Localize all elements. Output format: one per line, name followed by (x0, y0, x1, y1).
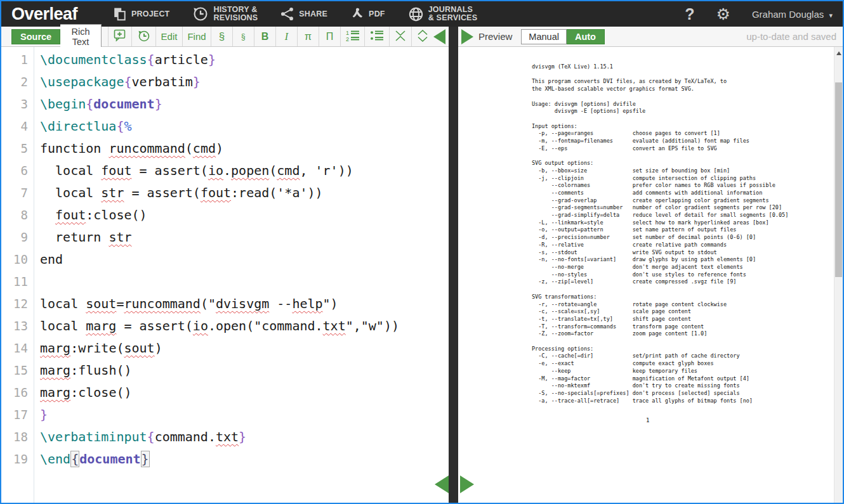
code-line[interactable]: end (40, 249, 449, 271)
user-name: Graham Douglas (752, 9, 824, 20)
line-number: 3 (1, 93, 28, 115)
nav-history-revisions[interactable]: HISTORY & REVISIONS (192, 6, 258, 22)
expand-preview-icon[interactable] (461, 29, 473, 44)
share-icon (280, 7, 294, 21)
code-line[interactable]: local marg = assert(io.open("command.txt… (40, 315, 449, 337)
nav-project-label: PROJECT (131, 10, 169, 18)
auto-button[interactable]: Auto (567, 29, 605, 44)
svg-text:2: 2 (346, 36, 349, 42)
scrollbar-thumb[interactable] (835, 82, 842, 277)
code-line[interactable]: function runcommand(cmd) (40, 138, 449, 160)
comment-plus-icon (114, 29, 127, 44)
bold-label: B (261, 31, 269, 42)
code-line[interactable]: marg:close() (40, 382, 449, 404)
compile-mode-toggle: Manual Auto (521, 29, 605, 44)
nav-journals-services[interactable]: JOURNALS & SERVICES (408, 6, 478, 22)
manual-button[interactable]: Manual (521, 29, 567, 44)
pdf-viewer[interactable]: dvisvgm (TeX Live) 1.15.1 This program c… (458, 47, 843, 503)
italic-label: I (285, 31, 288, 42)
history-clock-icon (137, 29, 150, 44)
line-number: 5 (1, 138, 28, 160)
code-line[interactable]: local sout=runcommand("dvisvgm --help") (40, 293, 449, 315)
find-button[interactable]: Find (182, 27, 211, 46)
code-line[interactable]: \directlua{% (40, 115, 449, 138)
expand-preview-bottom-icon[interactable] (460, 475, 474, 493)
nav-pdf-label: PDF (369, 10, 385, 18)
fold-all-button[interactable] (389, 27, 411, 46)
code-line[interactable]: } (40, 404, 449, 426)
subsection-button[interactable]: § (232, 27, 254, 46)
gutter: 12345678910111213141516171819 (1, 47, 34, 503)
bullet-list-icon (370, 30, 384, 44)
unfold-all-button[interactable] (411, 27, 433, 46)
line-number: 17 (1, 404, 28, 426)
line-number: 1 (1, 49, 28, 71)
code-editor[interactable]: 12345678910111213141516171819 \documentc… (1, 47, 449, 503)
subsection-label: § (241, 32, 246, 41)
nav-history-label: HISTORY & REVISIONS (213, 6, 258, 22)
svg-text:1: 1 (346, 30, 349, 36)
nav-right-group: ? ⚙ Graham Douglas ▾ (685, 5, 843, 23)
line-number: 12 (1, 293, 28, 315)
history-icon (192, 6, 209, 22)
code-line[interactable]: fout:close() (40, 204, 449, 226)
code-line[interactable]: return str (40, 226, 449, 249)
line-number: 14 (1, 337, 28, 359)
line-number: 16 (1, 382, 28, 404)
toolbar-spacer (433, 27, 449, 46)
code-line[interactable]: \verbatiminput{command.txt} (40, 426, 449, 448)
code-line[interactable]: local str = assert(fout:read('*a')) (40, 182, 449, 204)
nav-journals-label: JOURNALS & SERVICES (428, 6, 478, 22)
add-comment-button[interactable] (108, 27, 132, 46)
code-line[interactable]: marg:flush() (40, 359, 449, 382)
collapse-editor-bottom-icon[interactable] (435, 475, 449, 493)
display-math-button[interactable]: Π (319, 27, 340, 46)
section-label: § (219, 30, 225, 43)
bold-button[interactable]: B (254, 27, 275, 46)
code-line[interactable]: \usepackage{verbatim} (40, 71, 449, 93)
help-icon[interactable]: ? (685, 5, 694, 23)
pdf-scrollbar[interactable] (834, 47, 843, 503)
edit-label: Edit (161, 31, 178, 42)
code-line[interactable]: marg:write(sout) (40, 337, 449, 359)
nav-pdf[interactable]: PDF (350, 7, 385, 21)
line-number: 11 (1, 271, 28, 293)
nav-project[interactable]: PROJECT (113, 7, 169, 21)
preview-toolbar: Preview Manual Auto up-to-date and saved (458, 27, 843, 47)
track-changes-button[interactable] (131, 27, 155, 46)
mode-toggle: Source Rich Text (11, 29, 102, 44)
pane-divider[interactable] (449, 27, 458, 503)
editor-pane: Source Rich Text (1, 27, 449, 503)
collapse-editor-icon[interactable] (433, 29, 445, 44)
nav-share[interactable]: SHARE (280, 7, 327, 21)
code-line[interactable]: \end{document} (40, 448, 449, 470)
code-line[interactable]: local fout = assert(io.popen(cmd, 'r')) (40, 160, 449, 182)
overleaf-logo[interactable]: Overleaf (11, 4, 86, 24)
code-line[interactable] (40, 271, 449, 293)
code-line[interactable]: \begin{document} (40, 93, 449, 115)
numbered-list-icon: 1 2 (346, 30, 360, 44)
line-number: 2 (1, 71, 28, 93)
nav-items: PROJECT HISTORY & REVISIONS (113, 6, 477, 22)
edit-menu-button[interactable]: Edit (155, 27, 182, 46)
display-math-label: Π (326, 31, 334, 42)
numbered-list-button[interactable]: 1 2 (340, 27, 365, 46)
italic-button[interactable]: I (275, 27, 297, 46)
pdf-icon (350, 7, 364, 21)
code-lines[interactable]: \documentclass{article}\usepackage{verba… (34, 47, 449, 503)
source-button[interactable]: Source (11, 29, 60, 44)
code-line[interactable]: \documentclass{article} (40, 49, 449, 71)
line-number: 4 (1, 115, 28, 138)
rich-text-button[interactable]: Rich Text (60, 24, 102, 49)
section-button[interactable]: § (211, 27, 232, 46)
user-menu[interactable]: Graham Douglas ▾ (752, 9, 833, 20)
pdf-page-number: 1 (646, 417, 649, 423)
chevron-down-icon: ▾ (829, 11, 833, 19)
top-navbar: Overleaf PROJECT (1, 1, 843, 27)
inline-math-button[interactable]: π (297, 27, 319, 46)
collapse-icon (395, 30, 406, 44)
gear-icon[interactable]: ⚙ (716, 6, 730, 22)
editor-toolbar: Source Rich Text (1, 27, 449, 47)
scrollbar-up-icon[interactable] (836, 51, 841, 55)
bullet-list-button[interactable] (364, 27, 389, 46)
